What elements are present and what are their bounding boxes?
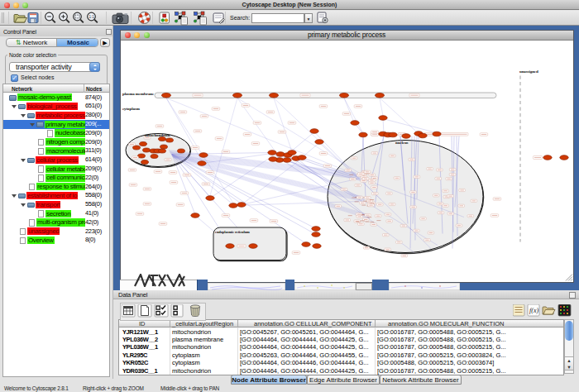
svg-text:nucleus: nucleus <box>395 141 409 145</box>
svg-text:f(x): f(x) <box>529 307 538 314</box>
svg-text:unassigned: unassigned <box>519 69 538 73</box>
svg-text:endoplasmic reticulum: endoplasmic reticulum <box>215 230 250 234</box>
svg-text:plasma membrane: plasma membrane <box>122 92 155 96</box>
svg-text:1:1: 1:1 <box>89 15 94 19</box>
svg-text:mitochondrion: mitochondrion <box>145 133 170 137</box>
svg-text:cytoplasm: cytoplasm <box>122 106 141 110</box>
